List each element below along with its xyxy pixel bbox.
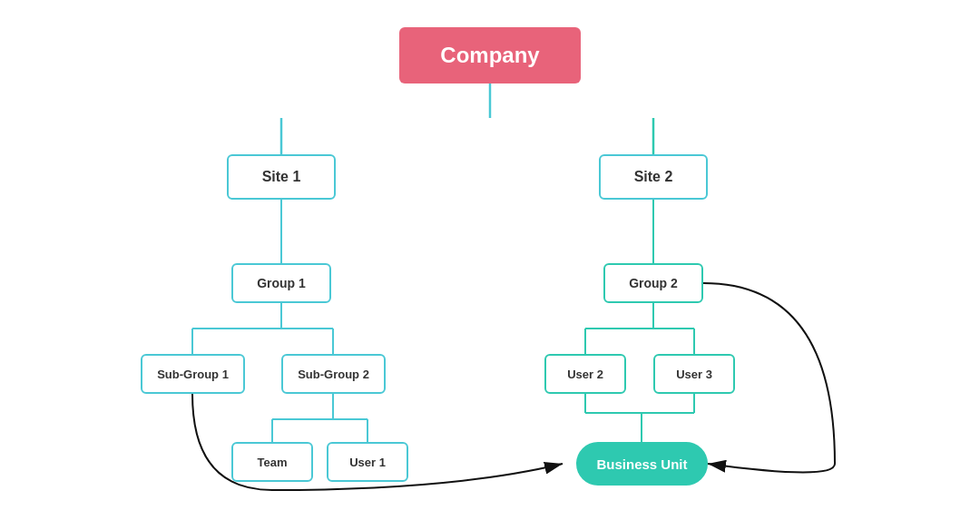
user1-label: User 1 <box>349 456 386 469</box>
org-chart-diagram: Company Site 1 Site 2 Group 1 Group 2 Su… <box>0 0 980 520</box>
group2-node: Group 2 <box>603 263 703 303</box>
user2-node: User 2 <box>544 354 626 394</box>
subgroup2-label: Sub-Group 2 <box>298 368 369 381</box>
team-node: Team <box>231 442 313 482</box>
company-label: Company <box>440 43 539 68</box>
site2-label: Site 2 <box>634 169 673 185</box>
user2-label: User 2 <box>567 368 603 381</box>
group1-node: Group 1 <box>231 263 331 303</box>
site2-node: Site 2 <box>599 154 708 200</box>
site1-label: Site 1 <box>262 169 301 185</box>
business-unit-node: Business Unit <box>576 442 708 486</box>
user1-node: User 1 <box>327 442 408 482</box>
site1-node: Site 1 <box>227 154 336 200</box>
group2-label: Group 2 <box>629 276 678 290</box>
user3-node: User 3 <box>653 354 735 394</box>
business-unit-label: Business Unit <box>596 456 687 472</box>
team-label: Team <box>258 456 288 469</box>
subgroup1-label: Sub-Group 1 <box>157 368 229 381</box>
user3-label: User 3 <box>676 368 712 381</box>
group1-label: Group 1 <box>257 276 306 290</box>
company-node: Company <box>399 27 581 83</box>
subgroup2-node: Sub-Group 2 <box>281 354 386 394</box>
subgroup1-node: Sub-Group 1 <box>141 354 245 394</box>
